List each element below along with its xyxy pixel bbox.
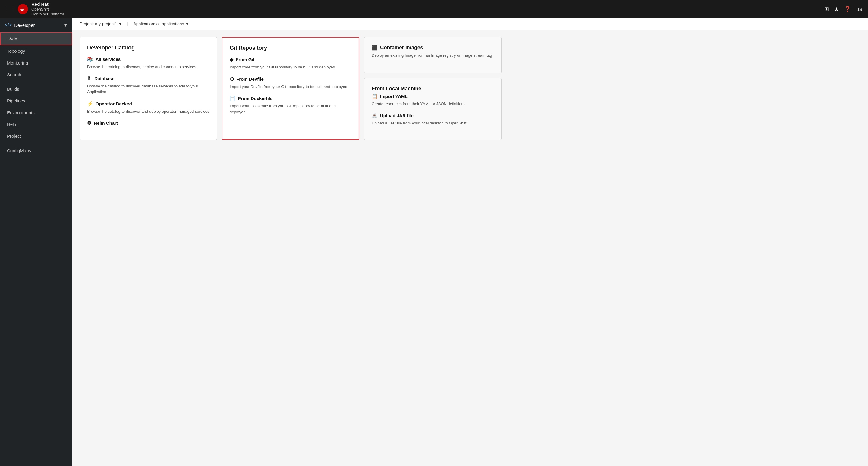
- from-git-title: From Git: [236, 57, 255, 62]
- database-section: 🗄 Database Browse the catalog to discove…: [87, 76, 210, 95]
- from-dockerfile-desc: Import your Dockerfile from your Git rep…: [230, 103, 351, 115]
- database-title: Database: [94, 76, 115, 81]
- from-devfile-title: From Devfile: [236, 76, 264, 82]
- perspective-chevron: ▼: [64, 23, 67, 27]
- cards-grid: Developer Catalog 📚 All services Browse …: [80, 37, 501, 140]
- operator-backed-title: Operator Backed: [96, 101, 132, 106]
- database-header: 🗄 Database: [87, 76, 210, 82]
- redhat-logo: [18, 4, 28, 14]
- database-icon: 🗄: [87, 76, 92, 82]
- topbar: Red Hat OpenShift Container Platform ⊞ ⊕…: [0, 0, 868, 18]
- topbar-icons: ⊞ ⊕ ❓ us: [824, 6, 862, 12]
- sidebar-item-helm[interactable]: Helm: [0, 119, 72, 130]
- all-services-desc: Browse the catalog to discover, deploy a…: [87, 64, 210, 70]
- operator-icon: ⚡: [87, 101, 93, 107]
- import-yaml-header: 📋 Import YAML: [372, 93, 494, 99]
- sidebar: </> Developer ▼ +Add Topology Monitoring…: [0, 18, 72, 466]
- helm-icon: ⚙: [87, 120, 91, 126]
- brand-name: Red Hat: [31, 1, 64, 7]
- container-images-title: Container images: [380, 44, 423, 51]
- sidebar-item-builds[interactable]: Builds: [0, 83, 72, 95]
- sidebar-divider-2: [0, 143, 72, 144]
- from-dockerfile-icon: 📄: [230, 96, 236, 101]
- container-images-icon: ⬛: [372, 45, 378, 51]
- helm-chart-header: ⚙ Helm Chart: [87, 120, 210, 126]
- operator-backed-header: ⚡ Operator Backed: [87, 101, 210, 107]
- from-git-desc: Import code from your Git repository to …: [230, 64, 351, 70]
- main-content: Developer Catalog 📚 All services Browse …: [72, 30, 868, 466]
- application-dropdown[interactable]: Application: all applications ▼: [133, 22, 190, 26]
- brand-sub1: OpenShift: [31, 7, 64, 12]
- sidebar-item-monitoring[interactable]: Monitoring: [0, 57, 72, 69]
- from-dockerfile-title: From Dockerfile: [238, 96, 273, 101]
- sidebar-divider-1: [0, 82, 72, 82]
- all-services-header: 📚 All services: [87, 56, 210, 62]
- brand: Red Hat OpenShift Container Platform: [18, 1, 64, 16]
- project-label: Project: my-project1: [80, 22, 117, 26]
- sidebar-item-configmaps[interactable]: ConfigMaps: [0, 145, 72, 156]
- from-local-machine-card[interactable]: From Local Machine 📋 Import YAML Create …: [364, 78, 501, 140]
- operator-backed-desc: Browse the catalog to discover and deplo…: [87, 108, 210, 115]
- hamburger-menu[interactable]: [6, 7, 13, 11]
- upload-jar-desc: Upload a JAR file from your local deskto…: [372, 120, 494, 126]
- layout: </> Developer ▼ +Add Topology Monitoring…: [0, 18, 868, 466]
- perspective-selector[interactable]: </> Developer ▼: [0, 18, 72, 32]
- upload-jar-title: Upload JAR file: [380, 113, 413, 118]
- content-area: Project: my-project1 ▼ | Application: al…: [72, 18, 868, 466]
- container-images-card[interactable]: ⬛ Container images Deploy an existing Im…: [364, 37, 501, 73]
- application-chevron-icon: ▼: [185, 22, 190, 26]
- from-git-icon: ◆: [230, 57, 233, 62]
- git-repository-card[interactable]: Git Repository ◆ From Git Import code fr…: [222, 37, 359, 140]
- developer-catalog-card[interactable]: Developer Catalog 📚 All services Browse …: [80, 37, 217, 140]
- upload-jar-section: ☕ Upload JAR file Upload a JAR file from…: [372, 113, 494, 126]
- upload-jar-header: ☕ Upload JAR file: [372, 113, 494, 119]
- application-label: Application: all applications: [133, 22, 184, 26]
- developer-catalog-title: Developer Catalog: [87, 44, 210, 51]
- subheader-sep: |: [127, 21, 128, 27]
- project-dropdown[interactable]: Project: my-project1 ▼: [80, 22, 122, 26]
- from-git-section: ◆ From Git Import code from your Git rep…: [230, 57, 351, 70]
- import-yaml-title: Import YAML: [380, 94, 408, 99]
- import-yaml-desc: Create resources from their YAML or JSON…: [372, 101, 494, 107]
- from-devfile-section: ⬡ From Devfile Import your Devfile from …: [230, 76, 351, 90]
- right-column: ⬛ Container images Deploy an existing Im…: [364, 37, 501, 140]
- import-yaml-icon: 📋: [372, 93, 378, 99]
- database-desc: Browse the catalog to discover database …: [87, 83, 210, 95]
- brand-sub2: Container Platform: [31, 12, 64, 17]
- sidebar-item-environments[interactable]: Environments: [0, 107, 72, 119]
- sidebar-item-project[interactable]: Project: [0, 130, 72, 142]
- from-dockerfile-header: 📄 From Dockerfile: [230, 96, 351, 101]
- from-git-header: ◆ From Git: [230, 57, 351, 62]
- svg-point-0: [18, 4, 28, 14]
- perspective-label: Developer: [14, 23, 61, 28]
- sidebar-item-topology[interactable]: Topology: [0, 45, 72, 57]
- perspective-icon: </>: [5, 22, 12, 28]
- upload-jar-icon: ☕: [372, 113, 378, 119]
- operator-backed-section: ⚡ Operator Backed Browse the catalog to …: [87, 101, 210, 115]
- from-devfile-icon: ⬡: [230, 76, 234, 82]
- git-repository-title: Git Repository: [230, 45, 351, 51]
- sidebar-item-pipelines[interactable]: Pipelines: [0, 95, 72, 107]
- all-services-section: 📚 All services Browse the catalog to dis…: [87, 56, 210, 70]
- helm-chart-title: Helm Chart: [94, 121, 118, 126]
- helm-chart-section: ⚙ Helm Chart: [87, 120, 210, 126]
- from-devfile-desc: Import your Devfile from your Git reposi…: [230, 84, 351, 90]
- from-dockerfile-section: 📄 From Dockerfile Import your Dockerfile…: [230, 96, 351, 115]
- plus-icon[interactable]: ⊕: [834, 6, 839, 12]
- container-images-header: ⬛ Container images: [372, 44, 494, 51]
- sidebar-item-search[interactable]: Search: [0, 69, 72, 81]
- from-local-machine-title: From Local Machine: [372, 86, 494, 92]
- project-chevron-icon: ▼: [118, 22, 122, 26]
- user-icon[interactable]: us: [856, 6, 862, 12]
- help-icon[interactable]: ❓: [844, 6, 851, 12]
- all-services-icon: 📚: [87, 56, 93, 62]
- import-yaml-section: 📋 Import YAML Create resources from thei…: [372, 93, 494, 107]
- container-images-desc: Deploy an existing Image from an Image r…: [372, 53, 494, 59]
- brand-text: Red Hat OpenShift Container Platform: [31, 1, 64, 16]
- from-devfile-header: ⬡ From Devfile: [230, 76, 351, 82]
- sidebar-item-add[interactable]: +Add: [0, 32, 72, 45]
- all-services-title: All services: [96, 57, 121, 62]
- subheader: Project: my-project1 ▼ | Application: al…: [72, 18, 868, 30]
- grid-icon[interactable]: ⊞: [824, 6, 829, 12]
